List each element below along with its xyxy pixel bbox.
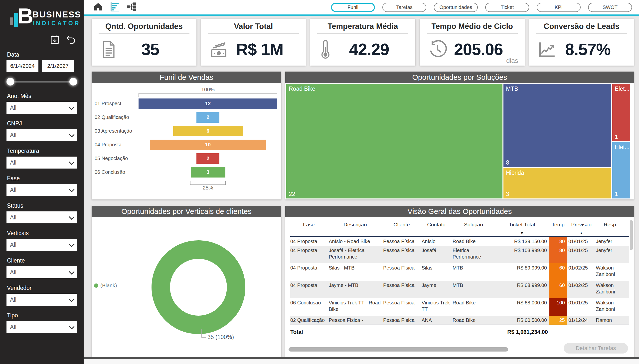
funnel-top-bracket [138, 93, 277, 97]
temp-badge: 80 [549, 246, 567, 263]
funnel-bottom-bracket [190, 181, 226, 185]
tab-tarefas[interactable]: Tarefas [382, 3, 426, 12]
funnel-stage-label: 04 Proposta [92, 142, 138, 148]
tab-oportunidades[interactable]: Oportunidades [434, 3, 478, 12]
filter-dropdown-vendedor[interactable]: All [7, 294, 77, 306]
detalhar-tarefas-button[interactable]: Detalhar Tarefas [564, 343, 628, 354]
chevron-down-icon [69, 324, 75, 330]
filter-label-fase: Fase [7, 175, 77, 182]
donut-data-label: 35 (100%) [207, 334, 234, 340]
calendar-download-icon[interactable] [50, 34, 60, 45]
filter-dropdown-temperatura[interactable]: All [7, 156, 77, 168]
treemap-tile-eletrica-1[interactable]: Elet... 1 [612, 84, 630, 141]
filter-dropdown-ano-mes[interactable]: All [7, 102, 77, 114]
filter-dropdown-fase[interactable]: All [7, 184, 77, 196]
legend-item-blank[interactable]: (Blank) [94, 282, 117, 288]
treemap-tile-hibrida[interactable]: Hibrida 3 [503, 168, 611, 198]
chevron-down-icon [69, 132, 75, 138]
funnel-bar-conclusao[interactable]: 3 [191, 167, 226, 178]
chevron-down-icon [69, 214, 75, 220]
card-title: Funil de Vendas [92, 72, 281, 83]
slider-handle-start[interactable] [7, 78, 14, 86]
treemap-tile-mtb[interactable]: MTB 8 [503, 84, 611, 167]
donut-segment-blank[interactable] [151, 240, 245, 334]
tab-funil[interactable]: Funil [331, 3, 375, 12]
filter-label-ano-mes: Ano, Mês [7, 93, 77, 100]
kpi-title: Valor Total [201, 19, 306, 31]
divider [427, 34, 518, 34]
home-icon[interactable] [93, 2, 103, 13]
funnel-bar-qualificacao[interactable]: 2 [196, 112, 220, 123]
funnel-stage-label: 05 Negociação [92, 156, 138, 161]
brand-logo: B BUSINESS INDICATOR [0, 0, 84, 30]
table-row[interactable]: 02 Qualificação Pessoa Física - Pessoa F… [290, 316, 629, 324]
logo-letter: B [18, 4, 34, 28]
funnel-bar-proposta[interactable]: 10 [150, 140, 266, 150]
donut-hole [170, 259, 227, 316]
sort-desc-icon[interactable]: ▼ [496, 231, 548, 236]
chevron-down-icon [69, 104, 75, 110]
table-row[interactable]: 06 Conclusão Vinicios Trek TT - Road Bik… [290, 298, 629, 316]
filter-dropdown-verticais[interactable]: All [7, 239, 77, 251]
treemap-card: Oportunidades por Soluções Road Bike 22 … [285, 72, 634, 200]
funnel-stage-label: 01 Prospect [92, 101, 138, 106]
filter-dropdown-cnpj[interactable]: All [7, 129, 77, 141]
chevron-down-icon [69, 159, 75, 165]
filter-dropdown-cliente[interactable]: All [7, 266, 77, 278]
column-header-solucao[interactable]: Solução [453, 222, 495, 228]
table-row[interactable]: 04 Proposta Anísio - Road Bike Pessoa Fí… [290, 237, 629, 246]
filter-dropdown-tipo[interactable]: All [7, 321, 77, 333]
tab-kpi[interactable]: KPI [537, 3, 581, 12]
column-header-descricao[interactable]: Descrição [329, 222, 382, 228]
table-row[interactable]: 04 Proposta Silas - MTB Pessoa Física Si… [290, 263, 629, 281]
tab-ticket[interactable]: Ticket [485, 3, 529, 12]
column-header-ticket-total[interactable]: Ticket Total [496, 222, 548, 228]
donut-chart-card: Oportunidades por Verticais de clientes … [92, 206, 281, 358]
table-header: Fase Descrição Cliente Contato Solução T… [290, 217, 629, 237]
funnel-stage-label: 06 Conclusão [92, 169, 138, 175]
funnel-bar-apresentacao[interactable]: 6 [173, 126, 243, 136]
filter-dropdown-status[interactable]: All [7, 212, 77, 224]
sort-asc-icon[interactable]: ▲ [568, 231, 594, 236]
temp-badge: 60 [549, 281, 567, 298]
funnel-chart-card: Funil de Vendas 100% 01 Prospect 12 02 Q… [92, 72, 281, 200]
column-header-previsao[interactable]: Previsão [568, 222, 594, 228]
vertical-scrollbar[interactable] [630, 220, 633, 250]
funnel-stage-row: 01 Prospect 12 [92, 97, 281, 110]
total-value: R$ 1,061,234.00 [496, 327, 548, 335]
undo-icon[interactable] [66, 34, 76, 45]
temp-badge: 60 [549, 263, 567, 281]
table-row[interactable]: 04 Proposta Jayme - MTB Pessoa Física Ja… [290, 281, 629, 298]
slider-handle-end[interactable] [69, 78, 77, 86]
horizontal-scrollbar[interactable] [289, 347, 508, 352]
funnel-min-label: 25% [203, 185, 213, 191]
column-header-temp[interactable]: Temp [549, 222, 567, 228]
card-title: Visão Geral das Oportunidades [285, 206, 634, 217]
filter-label-tipo: Tipo [7, 312, 77, 319]
funnel-bar-negociacao[interactable]: 2 [196, 153, 220, 164]
funnel-chart-icon[interactable] [110, 2, 120, 13]
column-header-contato[interactable]: Contato [421, 222, 451, 228]
date-start-input[interactable]: 6/14/2024 [7, 60, 39, 72]
date-end-input[interactable]: 2/1/2027 [42, 60, 74, 72]
hierarchy-icon[interactable] [127, 2, 137, 13]
kpi-card-tempo-medio-ciclo: Tempo Médio de Ciclo 205.06 dias [420, 19, 525, 66]
treemap-tile-eletrica-2[interactable]: Elet... 1 [612, 142, 630, 198]
column-header-resp[interactable]: Resp. [596, 222, 625, 228]
slider-track[interactable] [10, 81, 74, 82]
opportunities-table-card: Visão Geral das Oportunidades Fase Descr… [285, 206, 634, 358]
tab-swot[interactable]: SWOT [588, 3, 632, 12]
table-row[interactable]: 04 Proposta Josafá - Eletrica Performanc… [290, 246, 629, 263]
kpi-title: Temperatura Média [310, 19, 415, 31]
temp-badge: 25 [549, 316, 567, 324]
kpi-value: R$ 1M [216, 40, 303, 59]
column-header-fase[interactable]: Fase [290, 222, 327, 228]
card-title: Oportunidades por Soluções [285, 72, 634, 83]
divider [99, 34, 189, 34]
kpi-card-qntd-oportunidades: Qntd. Oportunidades 35 [92, 19, 196, 66]
funnel-bar-prospect[interactable]: 12 [138, 98, 277, 109]
legend-dot [94, 284, 98, 288]
treemap-tile-road-bike[interactable]: Road Bike 22 [286, 84, 502, 198]
column-header-cliente[interactable]: Cliente [383, 222, 420, 228]
table-total-row: Total R$ 1,061,234.00 [290, 324, 629, 337]
